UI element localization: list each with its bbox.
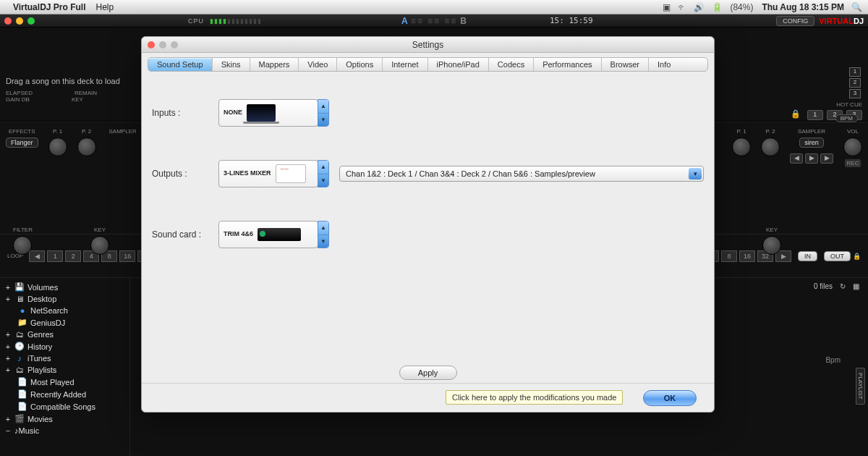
deck-ab-indicator: A≡≡ ≡≡ ≡≡B: [401, 16, 467, 26]
settings-tabs: Sound Setup Skins Mappers Video Options …: [148, 57, 708, 72]
cpu-meter: CPU ▮▮▮▮▮▮▮▮▮▮▮▮: [188, 17, 262, 25]
lock-icon[interactable]: 🔒: [791, 109, 801, 118]
lock-icon[interactable]: 🔒: [853, 253, 861, 260]
menubar-clock[interactable]: Thu Aug 18 3:15 PM: [762, 2, 844, 12]
prev-button[interactable]: ◀: [790, 153, 803, 164]
tab-video[interactable]: Video: [299, 58, 337, 71]
rack-device-icon: [258, 228, 301, 241]
tab-iphone-ipad[interactable]: iPhone/iPad: [428, 58, 489, 71]
knob-p1[interactable]: [48, 138, 67, 156]
soundcard-device[interactable]: TRIM 4&6: [218, 221, 318, 248]
settings-titlebar[interactable]: Settings: [142, 37, 714, 53]
tab-performances[interactable]: Performances: [534, 58, 601, 71]
hotcue-label: HOT CUE: [744, 101, 862, 108]
dropdown-icon[interactable]: ▾: [689, 168, 702, 180]
app-name[interactable]: VirtualDJ Pro Full: [13, 2, 85, 12]
chevron-down-icon: ▼: [318, 114, 328, 127]
outputs-stepper[interactable]: ▲▼: [318, 160, 329, 187]
spotlight-icon[interactable]: 🔍: [851, 2, 862, 12]
hotcue-1[interactable]: 1: [807, 110, 823, 120]
channel-select[interactable]: Chan 1&2 : Deck 1 / Chan 3&4 : Deck 2 / …: [339, 166, 704, 182]
play-button[interactable]: ▶: [805, 153, 818, 164]
inputs-device[interactable]: NONE: [218, 99, 318, 127]
tab-codecs[interactable]: Codecs: [489, 58, 534, 71]
tab-internet[interactable]: Internet: [383, 58, 427, 71]
deck-number-stack[interactable]: 123: [849, 67, 861, 98]
tab-mappers[interactable]: Mappers: [250, 58, 299, 71]
wifi-icon[interactable]: ᯤ: [678, 2, 686, 12]
bpm-pill: BPM: [835, 114, 858, 122]
maximize-icon[interactable]: [27, 17, 35, 25]
settings-title: Settings: [412, 40, 443, 50]
virtualdj-logo: VIRTUALDJ: [819, 17, 864, 25]
tab-skins[interactable]: Skins: [213, 58, 250, 71]
chevron-up-icon: ▲: [318, 100, 328, 114]
close-icon[interactable]: [4, 17, 12, 25]
deck-load-hint: Drag a song on this deck to load: [6, 77, 132, 85]
tab-info[interactable]: Info: [649, 58, 679, 71]
soundcard-label: Sound card :: [152, 229, 218, 240]
sampler-select[interactable]: siren: [799, 138, 824, 148]
apply-tooltip: Click here to apply the modifications yo…: [446, 390, 623, 405]
settings-window: Settings Sound Setup Skins Mappers Video…: [141, 36, 715, 413]
maximize-icon[interactable]: [171, 41, 178, 48]
timecode: 15: 15:59: [550, 16, 593, 25]
close-icon[interactable]: [148, 41, 155, 48]
outputs-label: Outputs :: [152, 169, 218, 179]
tab-options[interactable]: Options: [337, 58, 383, 71]
apply-button[interactable]: Apply: [399, 366, 457, 380]
minimize-icon[interactable]: [16, 17, 23, 25]
app-topbar: CPU ▮▮▮▮▮▮▮▮▮▮▮▮ A≡≡ ≡≡ ≡≡B 15: 15:59 CO…: [0, 14, 868, 28]
battery-icon[interactable]: 🔋: [712, 2, 723, 12]
window-traffic-lights[interactable]: [4, 17, 35, 25]
soundcard-stepper[interactable]: ▲▼: [318, 221, 329, 248]
mac-menubar: VirtualDJ Pro Full Help ▣ ᯤ 🔊 🔋 (84%) Th…: [0, 0, 868, 14]
mixer-icon: [276, 164, 306, 183]
playlist-tab[interactable]: PLAYLIST: [856, 368, 865, 405]
ok-button[interactable]: OK: [643, 390, 697, 406]
knob-p2[interactable]: [77, 138, 96, 156]
volume-icon[interactable]: 🔊: [694, 2, 705, 12]
laptop-icon: [247, 104, 276, 122]
inputs-label: Inputs :: [152, 108, 218, 118]
outputs-device[interactable]: 3-LINES MIXER: [218, 160, 318, 187]
camera-icon[interactable]: ▣: [663, 2, 671, 12]
view-icon[interactable]: ▦: [853, 282, 859, 290]
menu-help[interactable]: Help: [95, 2, 114, 12]
tab-sound-setup[interactable]: Sound Setup: [148, 58, 213, 71]
browser-tree[interactable]: +💾Volumes +🖥Desktop ●NetSearch 📁GeniusDJ…: [0, 278, 130, 456]
refresh-icon[interactable]: ↻: [840, 282, 846, 290]
config-button[interactable]: CONFIG: [776, 16, 814, 26]
tab-browser[interactable]: Browser: [602, 58, 649, 71]
minimize-icon[interactable]: [159, 41, 166, 48]
column-bpm[interactable]: Bpm: [825, 356, 841, 364]
file-count: 0 files: [814, 282, 833, 290]
battery-percent: (84%): [730, 2, 753, 12]
next-button[interactable]: ▶: [820, 153, 833, 164]
effects-select[interactable]: Flanger: [6, 138, 38, 148]
inputs-stepper[interactable]: ▲▼: [318, 99, 329, 127]
